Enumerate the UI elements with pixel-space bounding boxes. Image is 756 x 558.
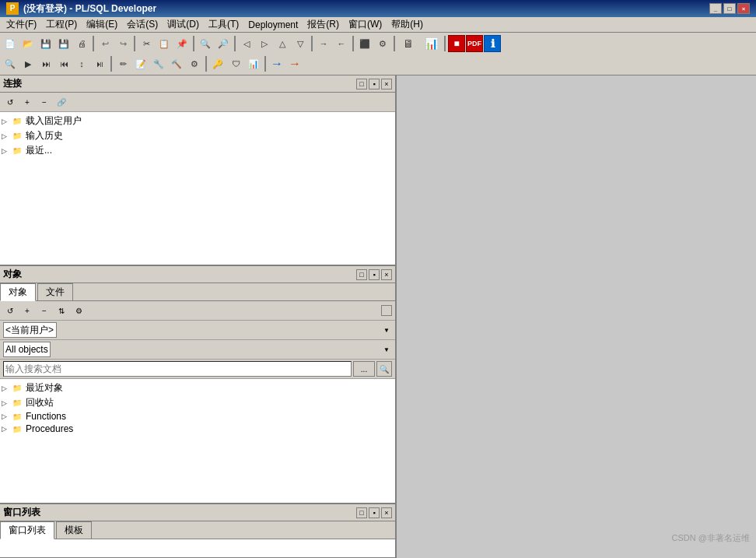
search-browse-btn[interactable]: ... [353,361,375,377]
menu-file[interactable]: 文件(F) [2,16,41,33]
tb-r4[interactable]: ⏮ [55,55,72,72]
conn-panel-minimize[interactable]: □ [356,79,367,89]
conn-panel-close[interactable]: × [381,79,392,89]
obj-sort-btn[interactable]: ⇅ [54,304,68,318]
menu-window[interactable]: 窗口(W) [344,16,387,33]
menu-debug[interactable]: 调试(D) [163,16,204,33]
tb-stop-btn[interactable]: ■ [448,35,465,52]
objects-type-dropdown[interactable]: All objects [3,342,51,357]
minimize-btn[interactable]: _ [709,3,722,14]
tb-r5[interactable]: ↕ [73,55,90,72]
menu-help[interactable]: 帮助(H) [387,16,428,33]
menu-tools[interactable]: 工具(T) [204,16,243,33]
win-panel-restore[interactable]: ▪ [369,507,380,518]
tb-outdent-btn[interactable]: ← [333,35,350,52]
tb-print-btn[interactable]: 🖨 [73,35,90,52]
tb-r9[interactable]: 🔧 [150,55,167,72]
tb-up-btn[interactable]: △ [274,35,291,52]
tb-findnext-btn[interactable]: 🔎 [215,35,232,52]
menu-deployment[interactable]: Deployment [243,18,303,32]
tb-r12[interactable]: 🔑 [209,55,226,72]
tb-copy-btn[interactable]: 📋 [156,35,173,52]
obj-remove-btn[interactable]: − [37,304,51,318]
obj-link-btn[interactable]: ⚙ [72,304,86,318]
user-dropdown[interactable]: <当前用户> [3,322,57,338]
conn-add-btn[interactable]: + [20,95,34,109]
menu-project[interactable]: 工程(P) [41,16,82,33]
tb-redo-btn[interactable]: ↪ [114,35,131,52]
menu-session[interactable]: 会话(S) [122,16,163,33]
conn-refresh-btn[interactable]: ↺ [3,95,17,109]
obj-panel-restore[interactable]: ▪ [369,269,380,280]
conn-panel-restore[interactable]: ▪ [369,79,380,89]
obj-panel-close[interactable]: × [381,269,392,280]
win-panel-close[interactable]: × [381,507,392,518]
tab-windowlist[interactable]: 窗口列表 [0,521,54,539]
obj-refresh-btn[interactable]: ↺ [3,304,17,318]
search-icon-btn[interactable]: 🔍 [376,361,392,377]
app-icon: P [6,2,19,15]
tb-r1[interactable]: 🔍 [2,55,19,72]
conn-remove-btn[interactable]: − [37,95,51,109]
tb-r2[interactable]: ▶ [19,55,37,72]
tb-arrow-right1[interactable]: → [268,55,285,72]
object-toolbar: ↺ + − ⇅ ⚙ [0,301,395,321]
tb-compile-btn[interactable]: ⚙ [374,35,391,52]
menu-report[interactable]: 报告(R) [303,16,344,33]
search-input[interactable] [3,361,352,377]
tb-r11[interactable]: ⚙ [186,55,203,72]
tree-item-history[interactable]: ▷ 📁 输入历史 [2,128,394,143]
tb-pdf-btn[interactable]: PDF [466,35,483,52]
object-tabs: 对象 文件 [0,283,395,301]
tree-item-recent[interactable]: ▷ 📁 最近... [2,143,394,158]
tb-r13[interactable]: 🛡 [227,55,244,72]
maximize-btn[interactable]: □ [723,3,736,14]
tree-label-3: 最近... [26,144,52,157]
tb-down-btn[interactable]: ▽ [292,35,309,52]
tb-find-btn[interactable]: 🔍 [197,35,214,52]
obj-panel-minimize[interactable]: □ [356,269,367,280]
tb-open-btn[interactable]: 📂 [19,35,37,52]
conn-link-btn[interactable]: 🔗 [54,95,68,109]
tb-undo-btn[interactable]: ↩ [96,35,114,52]
tb-arrow-right2[interactable]: → [286,55,303,72]
tree-item-fixed-users[interactable]: ▷ 📁 载入固定用户 [2,114,394,128]
tb-sep-1 [93,36,94,51]
tree-item-functions[interactable]: ▷ 📁 Functions [2,410,394,423]
tb-r6[interactable]: ⏯ [91,55,108,72]
tb-saveall-btn[interactable]: 💾 [55,35,72,52]
tb-cut-btn[interactable]: ✂ [138,35,155,52]
tb-r14[interactable]: 📊 [245,55,262,72]
tb-r10[interactable]: 🔨 [168,55,185,72]
title-bar: P (没有登录) - PL/SQL Developer _ □ × [0,0,756,17]
left-panels: 连接 □ ▪ × ↺ + − 🔗 ▷ 📁 载入固定用户 [0,75,397,558]
obj-add-btn[interactable]: + [20,304,34,318]
tab-templates[interactable]: 模板 [56,521,92,539]
tb-paste-btn[interactable]: 📌 [173,35,191,52]
tree-item-recent-objects[interactable]: ▷ 📁 最近对象 [2,381,394,395]
folder-icon-o1: 📁 [11,383,23,394]
tb-left-btn[interactable]: ◁ [238,35,255,52]
tb-save-btn[interactable]: 💾 [37,35,54,52]
tree-item-recycle[interactable]: ▷ 📁 回收站 [2,395,394,410]
close-btn[interactable]: × [737,3,750,14]
tb-indent-btn[interactable]: → [315,35,332,52]
menu-edit[interactable]: 编辑(E) [82,16,122,33]
tb-r8[interactable]: 📝 [132,55,149,72]
tb-info-btn[interactable]: ℹ [484,35,501,52]
menu-bar: 文件(F) 工程(P) 编辑(E) 会话(S) 调试(D) 工具(T) Depl… [0,17,756,33]
tb-new-btn[interactable]: 📄 [2,35,19,52]
win-panel-minimize[interactable]: □ [356,507,367,518]
tb-right-btn[interactable]: ▷ [256,35,273,52]
tb-query-btn[interactable]: 📊 [420,35,442,52]
tb-r7[interactable]: ✏ [114,55,131,72]
tab-objects[interactable]: 对象 [0,283,36,301]
tb-r3[interactable]: ⏭ [37,55,54,72]
tb-sep-6 [352,36,354,51]
tb-format-btn[interactable]: ⬛ [356,35,373,52]
tab-files[interactable]: 文件 [37,283,73,300]
tb-sep-4 [234,36,236,51]
tree-item-procedures[interactable]: ▷ 📁 Procedures [2,423,394,435]
connection-panel-header: 连接 □ ▪ × [0,75,395,93]
tb-conn-btn[interactable]: 🖥 [397,35,419,52]
